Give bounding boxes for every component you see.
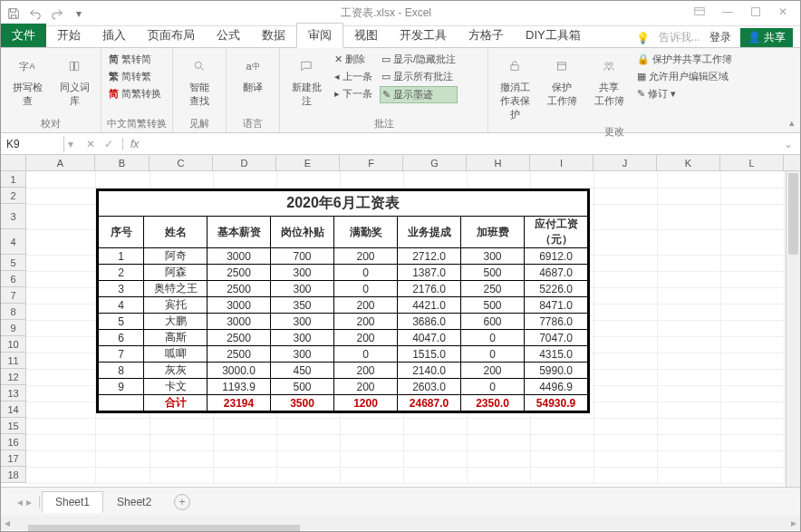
cell[interactable]: 2500 [207, 346, 271, 363]
share-workbook-button[interactable]: 共享 工作簿 [588, 52, 630, 110]
sheet-tab[interactable]: Sheet1 [42, 491, 103, 513]
cell[interactable]: 呱唧 [144, 346, 207, 363]
row-header[interactable]: 10 [1, 336, 26, 353]
tab-6[interactable]: 视图 [343, 24, 389, 47]
col-header[interactable]: L [720, 155, 784, 170]
cell[interactable]: 3500 [271, 395, 334, 411]
sheet-nav[interactable]: ◂▸ [10, 496, 40, 508]
cell[interactable]: 2500 [207, 265, 271, 281]
cell[interactable]: 9 [99, 379, 144, 395]
row-header[interactable]: 17 [1, 450, 26, 467]
redo-icon[interactable] [50, 6, 64, 21]
cell[interactable]: 3000.0 [207, 363, 271, 379]
cell[interactable]: 5 [99, 314, 144, 330]
row-header[interactable]: 1 [1, 171, 26, 188]
row-header[interactable]: 15 [1, 418, 26, 434]
cell[interactable]: 阿森 [144, 265, 207, 281]
tab-4[interactable]: 数据 [251, 24, 296, 47]
cell[interactable]: 0 [334, 281, 398, 297]
select-all-corner[interactable] [1, 155, 26, 170]
tab-7[interactable]: 开发工具 [389, 24, 458, 47]
cell[interactable]: 2140.0 [398, 363, 461, 379]
cell[interactable]: 1515.0 [398, 346, 461, 363]
cell[interactable]: 200 [334, 363, 398, 379]
signin-link[interactable]: 登录 [709, 30, 731, 45]
cell[interactable]: 3 [99, 281, 144, 297]
prev-comment-button[interactable]: ◂ 上一条 [333, 69, 374, 84]
translate-button[interactable]: a中翻译 [232, 52, 274, 96]
cell[interactable]: 200 [461, 363, 525, 379]
cell[interactable]: 灰灰 [144, 363, 207, 379]
cell[interactable]: 54930.9 [525, 395, 588, 411]
cell[interactable]: 0 [461, 346, 525, 363]
expand-formula-icon[interactable]: ⌄ [777, 138, 800, 150]
cell[interactable]: 200 [334, 379, 398, 395]
name-box[interactable]: K9 [1, 136, 64, 152]
cell[interactable]: 岗位补贴 [271, 217, 334, 248]
col-header[interactable]: G [403, 155, 467, 170]
row-header[interactable]: 3 [1, 204, 26, 229]
enter-formula-icon[interactable]: ✓ [104, 138, 113, 150]
cell[interactable]: 23194 [207, 395, 271, 411]
row-header[interactable]: 5 [1, 255, 26, 271]
col-header[interactable]: I [530, 155, 594, 170]
trad-to-simp-button[interactable]: 简 繁转简 [107, 52, 163, 67]
tab-8[interactable]: 方格子 [458, 24, 515, 47]
cell[interactable]: 3000 [207, 248, 271, 265]
sheet-nav-prev-icon[interactable]: ◂ [17, 496, 23, 508]
cell[interactable]: 1387.0 [398, 265, 461, 281]
delete-comment-button[interactable]: ✕ 删除 [333, 52, 374, 67]
cell[interactable]: 1200 [334, 395, 398, 411]
cell[interactable]: 0 [334, 346, 398, 363]
cell[interactable]: 0 [461, 330, 525, 346]
col-header[interactable]: F [340, 155, 403, 170]
cell[interactable]: 4315.0 [525, 346, 588, 363]
cell[interactable]: 200 [334, 330, 398, 346]
tab-1[interactable]: 插入 [92, 24, 137, 47]
next-comment-button[interactable]: ▸ 下一条 [333, 86, 374, 102]
cell[interactable]: 500 [461, 265, 525, 281]
cell[interactable]: 200 [334, 314, 398, 330]
col-header[interactable]: J [594, 155, 657, 170]
row-header[interactable]: 13 [1, 385, 26, 401]
cell[interactable]: 8471.0 [525, 297, 588, 314]
unprotect-sheet-button[interactable]: 撤消工 作表保护 [494, 52, 536, 123]
col-header[interactable]: A [26, 155, 95, 170]
cell[interactable]: 4421.0 [398, 297, 461, 314]
col-header[interactable]: B [95, 155, 150, 170]
fx-icon[interactable]: fx [123, 138, 146, 150]
allow-edit-ranges-button[interactable]: ▦ 允许用户编辑区域 [635, 69, 734, 84]
cell[interactable]: 1193.9 [207, 379, 271, 395]
row-header[interactable]: 14 [1, 401, 26, 418]
undo-icon[interactable] [28, 6, 43, 21]
ribbon-options-icon[interactable] [693, 5, 706, 21]
track-changes-button[interactable]: ✎ 修订 ▾ [635, 86, 734, 102]
scroll-left-icon[interactable]: ◂ [1, 517, 14, 529]
cell[interactable]: 0 [461, 379, 525, 395]
cell[interactable]: 1 [99, 248, 144, 265]
cell[interactable]: 4687.0 [525, 265, 588, 281]
cell[interactable]: 7047.0 [525, 330, 588, 346]
row-header[interactable]: 9 [1, 320, 26, 336]
name-box-dropdown-icon[interactable]: ▾ [64, 138, 77, 150]
cell[interactable]: 基本薪资 [207, 217, 271, 248]
cell[interactable]: 序号 [99, 217, 144, 248]
cell[interactable]: 宾托 [144, 297, 207, 314]
scroll-right-icon[interactable]: ▸ [787, 517, 800, 529]
row-header[interactable]: 11 [1, 353, 26, 369]
show-hide-comment-button[interactable]: ▭ 显示/隐藏批注 [380, 52, 458, 67]
cell[interactable]: 业务提成 [398, 217, 461, 248]
cell[interactable]: 3686.0 [398, 314, 461, 330]
cell[interactable]: 500 [271, 379, 334, 395]
smart-lookup-button[interactable]: 智能 查找 [179, 52, 220, 110]
scrollbar-thumb[interactable] [788, 173, 798, 255]
cell[interactable]: 卡文 [144, 379, 207, 395]
cell[interactable]: 300 [271, 281, 334, 297]
cell[interactable]: 4 [99, 297, 144, 314]
cell[interactable] [99, 395, 144, 411]
tab-9[interactable]: DIY工具箱 [515, 24, 592, 47]
maximize-icon[interactable] [749, 5, 762, 21]
cell[interactable]: 奥特之王 [144, 281, 207, 297]
cell[interactable]: 5226.0 [525, 281, 588, 297]
tab-file[interactable]: 文件 [1, 24, 46, 47]
